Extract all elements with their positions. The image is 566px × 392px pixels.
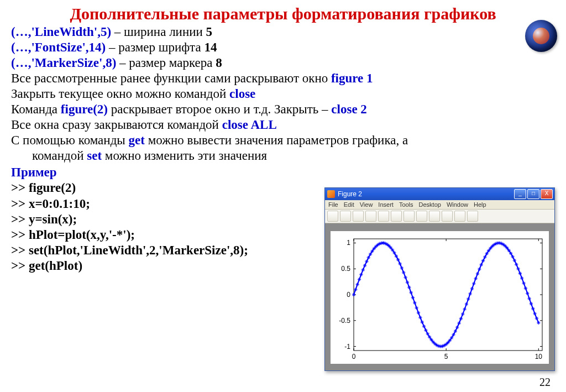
text: – размер маркера <box>116 56 216 70</box>
svg-text:0.5: 0.5 <box>341 265 350 273</box>
menu-item[interactable]: Tools <box>399 201 413 208</box>
code-fragment: (…,'LineWidth',5) <box>11 25 111 39</box>
param-linewidth: (…,'LineWidth',5) – ширина линии 5 <box>11 24 555 40</box>
param-markersize: (…,'MarkerSize',8) – размер маркера 8 <box>11 55 555 71</box>
menu-item[interactable]: Desktop <box>419 201 441 208</box>
plot-svg: -1-0.500.510510 <box>331 231 549 364</box>
text-line: С помощью команды get можно вывести знач… <box>11 133 555 164</box>
figure-title: Figure 2 <box>338 190 513 198</box>
value: 5 <box>206 25 213 39</box>
figure-canvas: -1-0.500.510510 <box>325 223 554 370</box>
code-fragment: (…,'FontSize',14) <box>11 40 106 54</box>
tool-button[interactable] <box>454 211 465 222</box>
figure-titlebar[interactable]: Figure 2 _ □ X <box>325 188 554 200</box>
tool-button[interactable] <box>416 211 427 222</box>
keyword: figure(2) <box>61 102 108 116</box>
text: командой <box>32 149 87 163</box>
keyword: figure 1 <box>331 71 373 85</box>
text: – размер шрифта <box>106 40 204 54</box>
maximize-button[interactable]: □ <box>527 189 539 199</box>
value: 8 <box>216 56 222 70</box>
minimize-button[interactable]: _ <box>514 189 526 199</box>
text-line: Все окна сразу закрываются командой clos… <box>11 117 555 133</box>
figure-menubar[interactable]: File Edit View Insert Tools Desktop Wind… <box>325 200 554 210</box>
tool-button[interactable] <box>327 211 338 222</box>
tool-button[interactable] <box>340 211 351 222</box>
page-title: Дополнительные параметры форматирования … <box>11 4 555 23</box>
text: можно изменить эти значения <box>102 149 267 163</box>
page-number: 22 <box>539 376 551 389</box>
figure-toolbar <box>325 210 554 223</box>
text-line: Команда figure(2) раскрывает второе окно… <box>11 102 555 117</box>
keyword: close <box>229 87 255 101</box>
keyword: close ALL <box>222 118 277 132</box>
menu-item[interactable]: Insert <box>378 201 394 208</box>
close-button[interactable]: X <box>541 189 553 199</box>
logo-icon <box>525 20 557 52</box>
matlab-icon <box>327 190 335 198</box>
text: можно вывести значения параметров график… <box>145 133 408 147</box>
text: С помощью команды <box>11 133 129 147</box>
tool-button[interactable] <box>365 211 376 222</box>
keyword: close 2 <box>331 102 367 116</box>
code-fragment: (…,'MarkerSize',8) <box>11 56 116 70</box>
tool-button[interactable] <box>391 211 402 222</box>
value: 14 <box>204 40 217 54</box>
menu-item[interactable]: File <box>328 201 338 208</box>
svg-text:1: 1 <box>347 239 350 247</box>
text-line: Закрыть текущее окно можно командой clos… <box>11 86 555 102</box>
keyword: get <box>129 133 145 147</box>
text: Команда <box>11 102 61 116</box>
keyword: set <box>87 149 102 163</box>
tool-button[interactable] <box>467 211 478 222</box>
svg-text:0: 0 <box>352 353 356 360</box>
figure-window: Figure 2 _ □ X File Edit View Insert Too… <box>324 187 555 371</box>
menu-item[interactable]: Edit <box>344 201 354 208</box>
text: – ширина линии <box>111 25 206 39</box>
text: раскрывает второе окно и т.д. Закрыть – <box>108 102 331 116</box>
param-fontsize: (…,'FontSize',14) – размер шрифта 14 <box>11 40 555 55</box>
svg-text:5: 5 <box>444 353 448 360</box>
svg-text:-0.5: -0.5 <box>339 317 350 325</box>
tool-button[interactable] <box>378 211 389 222</box>
tool-button[interactable] <box>353 211 364 222</box>
tool-button[interactable] <box>403 211 415 222</box>
menu-item[interactable]: Help <box>474 201 486 208</box>
text-line: Все рассмотренные ранее функции сами рас… <box>11 71 555 86</box>
tool-button[interactable] <box>429 211 440 222</box>
svg-text:10: 10 <box>535 353 543 360</box>
menu-item[interactable]: View <box>360 201 373 208</box>
text: Закрыть текущее окно можно командой <box>11 87 229 101</box>
example-label: Пример <box>11 165 555 180</box>
svg-text:-1: -1 <box>344 343 350 351</box>
menu-item[interactable]: Window <box>447 201 468 208</box>
text: Все окна сразу закрываются командой <box>11 118 222 132</box>
svg-text:0: 0 <box>347 291 350 299</box>
axes: -1-0.500.510510 <box>331 231 549 364</box>
text: Все рассмотренные ранее функции сами рас… <box>11 71 331 85</box>
tool-button[interactable] <box>442 211 453 222</box>
